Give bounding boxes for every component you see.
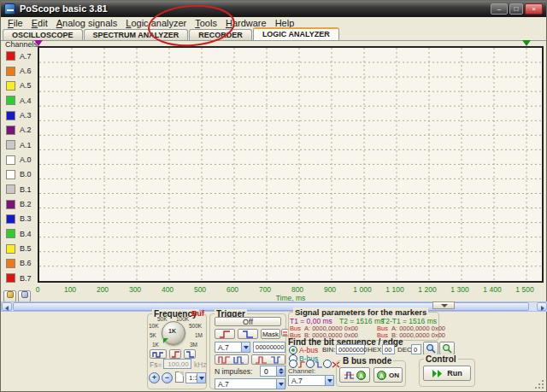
- trigger-falling-edge-button[interactable]: [238, 329, 258, 339]
- channel-row[interactable]: A.1: [3, 137, 37, 152]
- menu-item-edit[interactable]: Edit: [27, 18, 52, 28]
- channel-label: A.5: [20, 81, 32, 90]
- close-button[interactable]: ×: [525, 3, 543, 15]
- search-back-button[interactable]: [423, 342, 438, 355]
- channel-color-swatch[interactable]: [6, 155, 15, 165]
- channel-color-swatch[interactable]: [6, 259, 15, 268]
- channel-color-swatch[interactable]: [6, 81, 15, 91]
- scroll-right-button[interactable]: [537, 302, 547, 311]
- menu-item-logic-analyzer[interactable]: Logic analyzer: [121, 18, 191, 28]
- trigger-channel-dropdown[interactable]: A.7: [215, 342, 250, 353]
- channels-settings-button[interactable]: [3, 290, 16, 302]
- dropdown-button[interactable]: [276, 379, 285, 389]
- channel-color-swatch[interactable]: [6, 67, 15, 76]
- t1-marker[interactable]: [34, 40, 43, 46]
- channel-color-swatch[interactable]: [6, 140, 15, 149]
- splitter-collapse-button[interactable]: [432, 301, 455, 309]
- channel-row[interactable]: A.2: [3, 123, 37, 137]
- page-icon[interactable]: [175, 372, 184, 383]
- dial-label-1k: 1K: [152, 342, 159, 348]
- channel-color-swatch[interactable]: [6, 200, 15, 209]
- menu-item-tools[interactable]: Tools: [191, 18, 221, 28]
- t2-marker[interactable]: [522, 40, 531, 46]
- xtick-label: 300: [123, 285, 147, 294]
- xtick-label: 200: [91, 285, 115, 294]
- horizontal-scrollbar[interactable]: [1, 301, 547, 312]
- bus-wave-icon: [344, 371, 355, 379]
- dec-field[interactable]: 0: [411, 344, 421, 354]
- plot-area[interactable]: [38, 46, 544, 283]
- channel-row[interactable]: A.3: [3, 108, 37, 122]
- channel-color-swatch[interactable]: [6, 184, 15, 194]
- trigger-channel2-dropdown[interactable]: A.7: [215, 378, 285, 389]
- channel-color-swatch[interactable]: [6, 111, 15, 120]
- channel-row[interactable]: A.4: [3, 93, 37, 108]
- channel-row[interactable]: B.3: [3, 212, 37, 226]
- channel-row[interactable]: A.5: [3, 79, 37, 93]
- menu-item-file[interactable]: File: [3, 18, 27, 28]
- channel-row[interactable]: A.7: [3, 49, 37, 63]
- channel-color-swatch[interactable]: [6, 273, 15, 283]
- xtick-label: 1 000: [350, 285, 374, 294]
- channel-color-swatch[interactable]: [6, 214, 15, 224]
- xtick-label: 1 100: [383, 285, 407, 294]
- xtick-label: 1 300: [448, 285, 472, 294]
- a-bus-radio[interactable]: [289, 346, 297, 354]
- channel-row[interactable]: A.6: [3, 63, 37, 78]
- minimize-button[interactable]: –: [491, 3, 508, 15]
- channel-color-swatch[interactable]: [6, 126, 15, 135]
- zoom-out-button[interactable]: −: [162, 372, 173, 383]
- channel-row[interactable]: B.7: [3, 271, 37, 285]
- restore-button[interactable]: □: [509, 3, 523, 15]
- tab-spectrum-analyzer[interactable]: SPECTRUM ANALYZER: [84, 29, 189, 40]
- pattern-trigger-button-2[interactable]: [251, 354, 285, 365]
- menu-item-analog-signals[interactable]: Analog signals: [52, 18, 122, 28]
- run-button[interactable]: Run: [423, 366, 471, 381]
- bin-field[interactable]: 00000000: [336, 344, 365, 354]
- tab-logic-analyzer[interactable]: LOGIC ANALYZER: [253, 27, 339, 40]
- channel-color-swatch[interactable]: [6, 229, 15, 238]
- channel-row[interactable]: B.5: [3, 241, 37, 255]
- falling-edge-button-freq[interactable]: [184, 349, 196, 359]
- n-impulses-spinner[interactable]: 0: [260, 366, 285, 377]
- channel-row[interactable]: B.0: [3, 167, 37, 182]
- zoom-in-button[interactable]: +: [149, 372, 160, 383]
- chevron-down-icon: [279, 372, 284, 374]
- channel-color-swatch[interactable]: [6, 51, 15, 61]
- hex-field[interactable]: 00: [382, 344, 395, 354]
- trigger-pattern-field[interactable]: 00000000: [253, 342, 285, 353]
- dial-label-50k: 50K: [157, 316, 168, 322]
- rising-edge-button-freq[interactable]: [169, 349, 181, 359]
- scroll-left-button[interactable]: [2, 302, 12, 311]
- channel-color-swatch[interactable]: [6, 96, 15, 105]
- zoom-ratio-dropdown[interactable]: 1:1: [185, 372, 206, 383]
- trigger-rising-edge-button[interactable]: [215, 329, 235, 339]
- bbus-on-button[interactable]: A ON: [373, 367, 403, 383]
- channel-row[interactable]: B.1: [3, 182, 37, 196]
- edge-both-radio[interactable]: [323, 360, 332, 368]
- tab-oscilloscope[interactable]: OSCILLOSCOPE: [3, 29, 83, 40]
- channel-row[interactable]: B.4: [3, 226, 37, 241]
- channel-color-swatch[interactable]: [6, 244, 15, 254]
- search-forward-button[interactable]: [439, 342, 455, 355]
- bbus-wave-mode-button[interactable]: A: [339, 367, 370, 383]
- dial-label-1m: 1M: [195, 332, 203, 338]
- find-channel-dropdown[interactable]: A.7: [288, 375, 334, 386]
- fs-label: Fs=: [150, 360, 162, 369]
- tab-recorder[interactable]: RECORDER: [189, 29, 252, 40]
- x-axis-ticks: 01002003004005006007008009001 0001 1001 …: [38, 285, 544, 293]
- channel-row[interactable]: A.0: [3, 152, 37, 167]
- dropdown-button[interactable]: [325, 376, 333, 385]
- trigger-mask-button[interactable]: Mask: [261, 329, 280, 339]
- pattern-trigger-button-1[interactable]: [215, 354, 249, 365]
- resize-grip[interactable]: [534, 379, 544, 389]
- dial-label-5k: 5K: [150, 332, 156, 338]
- channel-row[interactable]: B.6: [3, 256, 37, 271]
- channel-row[interactable]: B.2: [3, 196, 37, 211]
- trigger-off-button[interactable]: Off: [215, 317, 281, 326]
- dropdown-button[interactable]: [197, 373, 205, 383]
- spinner-arrows[interactable]: [276, 366, 285, 376]
- channel-color-swatch[interactable]: [6, 170, 15, 179]
- waveform-mode-button[interactable]: [150, 349, 167, 359]
- dropdown-button[interactable]: [241, 342, 250, 352]
